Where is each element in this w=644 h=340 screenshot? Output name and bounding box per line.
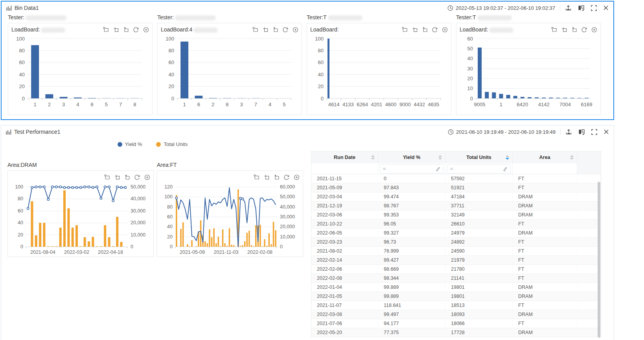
table-cell-spacer (577, 238, 601, 247)
zoom-back-icon[interactable] (274, 174, 279, 180)
refresh-icon[interactable] (432, 27, 438, 33)
svg-text:4600: 4600 (385, 102, 397, 107)
redacted-text (489, 28, 513, 33)
chart-box: LoadBoard:020406080100461441336264420146… (307, 23, 451, 115)
add-icon[interactable] (442, 27, 448, 33)
add-icon[interactable] (293, 27, 298, 33)
box-select-icon[interactable] (104, 174, 110, 180)
table-cell-spacer (577, 292, 601, 301)
pencil-icon[interactable] (436, 166, 440, 171)
sort-caret-up-icon[interactable] (438, 155, 442, 157)
combo-chart-canvas[interactable]: 002010,0004020,0006030,0008040,00010050,… (157, 182, 300, 258)
table-cell: 21979 (445, 256, 513, 265)
bin-bar-chart-canvas[interactable]: 02040608010012346578 (8, 35, 147, 113)
table-body: 2021-11-15057592FT2021-05-0997.84351921F… (311, 174, 601, 337)
export-icon[interactable] (565, 5, 572, 11)
switch-view-icon[interactable] (578, 129, 585, 135)
svg-text:100: 100 (16, 36, 25, 42)
legend-item[interactable]: Total Units (156, 141, 188, 147)
bin-bar-chart-canvas[interactable]: 0102030405060900516420414270046169 (456, 35, 595, 113)
switch-view-icon[interactable] (578, 5, 585, 11)
svg-text:20: 20 (467, 76, 473, 81)
svg-text:6169: 6169 (581, 102, 592, 107)
bin-bar-chart-canvas[interactable]: 02040608010016283745 (158, 35, 296, 113)
add-icon[interactable] (144, 174, 150, 180)
fullscreen-icon[interactable] (591, 129, 597, 135)
table-cell-spacer (577, 274, 601, 283)
filter-input[interactable]: = (447, 164, 511, 174)
box-select-icon[interactable] (551, 27, 557, 32)
refresh-icon[interactable] (283, 174, 289, 180)
tester-label: Tester:T (307, 14, 451, 23)
svg-text:4142: 4142 (538, 102, 550, 107)
refresh-icon[interactable] (133, 27, 139, 33)
table-cell: FT (513, 174, 577, 183)
zoom-in-box-icon[interactable] (264, 174, 269, 180)
filter-cell (311, 163, 378, 174)
legend-item[interactable]: Yield % (118, 141, 142, 147)
close-icon[interactable] (603, 5, 609, 11)
table-header-row: Run DateYield %Total UnitsArea (311, 152, 601, 163)
filter-operator: = (383, 166, 386, 172)
column-header-total-units[interactable]: Total Units (445, 152, 513, 163)
refresh-icon[interactable] (134, 174, 140, 180)
refresh-icon[interactable] (581, 27, 587, 33)
fullscreen-icon[interactable] (591, 5, 597, 11)
chart-box: LoadBoard:010203040506090051642041427004… (456, 23, 601, 115)
table-cell-spacer (577, 220, 601, 229)
zoom-in-box-icon[interactable] (263, 27, 268, 32)
box-select-icon[interactable] (402, 27, 408, 32)
zoom-back-icon[interactable] (124, 174, 130, 180)
bin-chart-group: Tester:LoadBoard:02040608010012346578 (8, 14, 153, 115)
table-cell: DRAM (513, 310, 577, 319)
filter-input[interactable]: = (380, 164, 443, 174)
table-cell: DRAM (513, 292, 577, 301)
close-icon[interactable] (604, 129, 609, 135)
area-label: Area:FT (157, 162, 177, 168)
column-header-yield-[interactable]: Yield % (378, 152, 445, 163)
table-cell: 99.327 (378, 229, 445, 238)
svg-text:50,000: 50,000 (131, 184, 145, 190)
pencil-icon[interactable] (503, 166, 508, 171)
sort-caret-up-icon[interactable] (506, 155, 509, 157)
bin-bar-chart-canvas[interactable]: 0204060801004614413362644201460090004432… (307, 35, 445, 113)
add-icon[interactable] (294, 174, 300, 180)
sort-caret-down-icon[interactable] (570, 158, 574, 160)
refresh-icon[interactable] (282, 27, 288, 33)
svg-text:1: 1 (500, 102, 502, 107)
table-cell: FT (513, 238, 577, 247)
zoom-in-box-icon[interactable] (412, 27, 418, 32)
sort-caret-up-icon[interactable] (371, 155, 375, 157)
sort-caret-down-icon[interactable] (371, 158, 375, 160)
table-cell-spacer (577, 201, 601, 211)
column-header-run-date[interactable]: Run Date (311, 152, 378, 163)
chart-legend: Yield %Total Units (1, 141, 304, 147)
table-cell: 47184 (445, 192, 513, 201)
zoom-back-icon[interactable] (571, 27, 577, 32)
column-header-area[interactable]: Area (513, 152, 577, 163)
zoom-back-icon[interactable] (123, 27, 129, 32)
box-select-icon[interactable] (254, 174, 259, 180)
svg-text:60,000: 60,000 (280, 184, 295, 190)
add-icon[interactable] (591, 27, 597, 33)
sort-caret-down-icon[interactable] (506, 158, 509, 160)
table-row: 2022-03-0899.49718093DRAM (311, 310, 601, 319)
table-cell: 99.474 (378, 192, 445, 201)
table-row: 2022-02-0698.66921780FT (311, 265, 601, 274)
table-cell: 2022-06-05 (311, 229, 378, 238)
zoom-in-box-icon[interactable] (114, 174, 120, 180)
zoom-in-box-icon[interactable] (561, 27, 567, 32)
box-select-icon[interactable] (252, 27, 258, 32)
zoom-back-icon[interactable] (422, 27, 427, 32)
sort-caret-up-icon[interactable] (570, 155, 574, 157)
zoom-back-icon[interactable] (272, 27, 278, 32)
add-icon[interactable] (143, 27, 149, 33)
table-cell: 19801 (445, 283, 513, 292)
table-scrollbar[interactable] (598, 182, 600, 338)
box-select-icon[interactable] (103, 27, 109, 32)
zoom-in-box-icon[interactable] (113, 27, 119, 32)
sort-caret-down-icon[interactable] (438, 158, 442, 160)
combo-chart-canvas[interactable]: 002010,0004020,0006030,0008040,00010050,… (8, 182, 150, 258)
export-icon[interactable] (565, 129, 572, 135)
panel-actions (565, 129, 609, 135)
